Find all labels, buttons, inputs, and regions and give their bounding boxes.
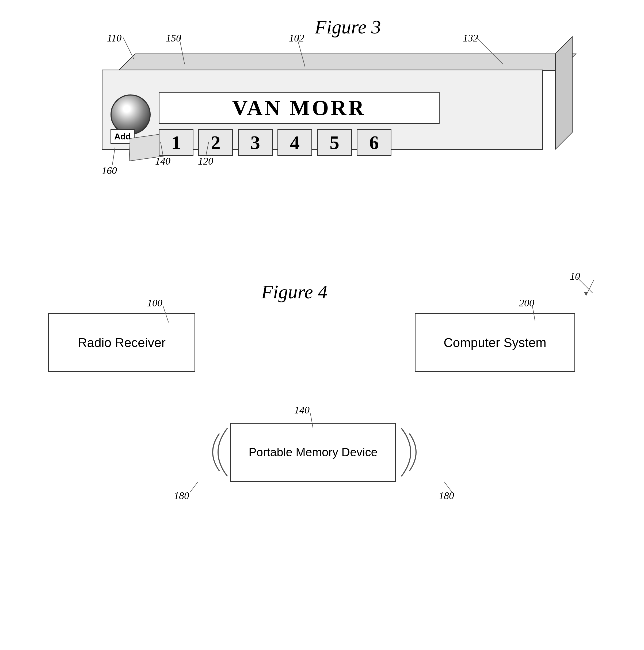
figure3-title: Figure 3 bbox=[80, 16, 615, 38]
preset-btn-3[interactable]: 3 bbox=[238, 129, 273, 156]
svg-line-3 bbox=[476, 37, 503, 64]
ref-160: 160 bbox=[102, 165, 117, 176]
ref-160-line bbox=[115, 147, 137, 171]
ref-132-line bbox=[476, 37, 530, 72]
wireless-arcs-left bbox=[193, 412, 235, 494]
ref-140-line bbox=[160, 142, 177, 160]
wireless-arcs-right bbox=[393, 412, 436, 494]
svg-line-0 bbox=[123, 37, 134, 59]
radio-unit: VAN MORR Add 1 2 3 4 5 6 110 1 bbox=[102, 53, 570, 155]
svg-line-4 bbox=[160, 142, 163, 156]
display-text: VAN MORR bbox=[232, 96, 366, 120]
ref-102-line bbox=[297, 37, 329, 72]
volume-knob[interactable] bbox=[111, 95, 151, 135]
fig4-ref-200: 200 bbox=[519, 297, 534, 309]
preset-btn-5[interactable]: 5 bbox=[317, 129, 352, 156]
radio-right-face bbox=[555, 36, 573, 150]
preset-buttons-row: 1 2 3 4 5 6 bbox=[159, 129, 391, 156]
svg-line-7 bbox=[163, 306, 168, 322]
ref-150-line bbox=[179, 37, 201, 72]
fig4-ref-140-line bbox=[310, 413, 332, 435]
fig4-ref-180-left-line bbox=[190, 493, 212, 508]
ref-150: 150 bbox=[166, 32, 181, 44]
preset-btn-6[interactable]: 6 bbox=[357, 129, 391, 156]
fig4-ref-180-left: 180 bbox=[174, 490, 189, 502]
svg-line-8 bbox=[310, 413, 313, 428]
svg-line-1 bbox=[179, 37, 185, 64]
fig4-ref-180-right-line bbox=[444, 493, 465, 508]
ref-120-line bbox=[209, 142, 225, 160]
svg-line-9 bbox=[532, 306, 535, 321]
ref-110: 110 bbox=[107, 32, 121, 44]
fig4-ref-140: 140 bbox=[294, 404, 310, 416]
radio-front-face: VAN MORR Add 1 2 3 4 5 6 bbox=[102, 70, 543, 150]
svg-line-2 bbox=[297, 37, 305, 67]
radio-display: VAN MORR bbox=[159, 92, 440, 124]
preset-btn-4[interactable]: 4 bbox=[277, 129, 312, 156]
fig4-ref-200-line bbox=[532, 306, 554, 328]
ref-132: 132 bbox=[463, 32, 478, 44]
fig4-ref-100: 100 bbox=[147, 297, 162, 309]
ref-110-line bbox=[123, 37, 145, 70]
figure3-section: Figure 3 VAN MORR Add 1 2 3 bbox=[27, 16, 615, 60]
figure4-section: Figure 4 Radio Receiver Computer System … bbox=[27, 281, 615, 319]
fig4-ref-10-arrow bbox=[586, 280, 613, 301]
fig4-ref-100-line bbox=[163, 306, 185, 328]
